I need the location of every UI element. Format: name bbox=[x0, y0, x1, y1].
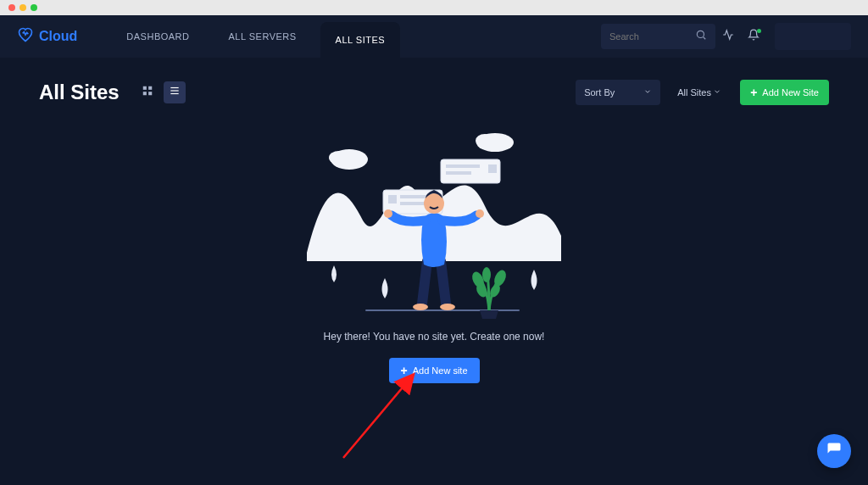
svg-point-27 bbox=[440, 304, 455, 310]
sort-by-label: Sort By bbox=[584, 87, 615, 98]
search-box[interactable] bbox=[601, 24, 715, 49]
search-icon bbox=[695, 29, 707, 44]
svg-point-11 bbox=[476, 134, 494, 148]
nav-all-servers[interactable]: ALL SERVERS bbox=[214, 15, 312, 58]
svg-point-26 bbox=[413, 304, 428, 310]
svg-line-31 bbox=[343, 377, 411, 458]
grid-view-toggle[interactable] bbox=[136, 81, 159, 103]
sites-filter-dropdown[interactable]: All Sites bbox=[669, 80, 730, 105]
empty-state-message: Hey there! You have no site yet. Create … bbox=[324, 331, 545, 343]
empty-state: Hey there! You have no site yet. Create … bbox=[0, 125, 868, 383]
add-new-site-button-empty[interactable]: + Add New site bbox=[389, 358, 480, 383]
brand-name: Cloud bbox=[39, 29, 77, 44]
svg-rect-1 bbox=[142, 86, 146, 90]
svg-rect-4 bbox=[148, 92, 152, 95]
plus-icon: + bbox=[401, 365, 408, 376]
view-toggle-group bbox=[136, 81, 186, 103]
minimize-window-dot[interactable] bbox=[19, 4, 26, 11]
svg-point-0 bbox=[697, 31, 704, 37]
svg-rect-13 bbox=[446, 164, 480, 168]
svg-rect-18 bbox=[400, 202, 426, 205]
user-menu[interactable] bbox=[775, 23, 851, 50]
svg-point-9 bbox=[329, 151, 349, 164]
notifications-button[interactable] bbox=[741, 29, 766, 44]
top-navbar: Cloud DASHBOARD ALL SERVERS ALL SITES bbox=[0, 15, 868, 58]
activity-icon-button[interactable] bbox=[715, 29, 741, 44]
page-title: All Sites bbox=[39, 81, 120, 104]
chevron-down-icon bbox=[643, 87, 652, 98]
search-input[interactable] bbox=[609, 31, 695, 42]
svg-point-29 bbox=[476, 209, 484, 218]
svg-rect-15 bbox=[488, 164, 497, 173]
close-window-dot[interactable] bbox=[8, 4, 15, 11]
page-header: All Sites Sort By All Sites bbox=[0, 58, 868, 114]
sort-by-dropdown[interactable]: Sort By bbox=[576, 80, 660, 105]
nav-all-sites[interactable]: ALL SITES bbox=[320, 22, 401, 58]
svg-rect-14 bbox=[446, 171, 471, 175]
plus-icon: + bbox=[750, 86, 757, 98]
svg-rect-3 bbox=[142, 92, 146, 95]
chat-fab[interactable] bbox=[817, 434, 851, 468]
empty-cta-label: Add New site bbox=[413, 365, 468, 376]
empty-state-illustration bbox=[298, 125, 570, 321]
svg-rect-2 bbox=[148, 86, 152, 90]
svg-point-28 bbox=[384, 209, 392, 218]
notification-dot bbox=[757, 29, 761, 33]
chevron-down-icon bbox=[713, 87, 721, 98]
maximize-window-dot[interactable] bbox=[31, 4, 37, 11]
nav-tabs: DASHBOARD ALL SERVERS ALL SITES bbox=[111, 15, 400, 58]
window-chrome bbox=[0, 0, 868, 15]
svg-point-23 bbox=[482, 267, 491, 282]
activity-icon bbox=[722, 29, 734, 44]
add-button-label: Add New Site bbox=[762, 87, 819, 98]
chat-icon bbox=[826, 442, 842, 460]
filter-label: All Sites bbox=[677, 87, 711, 98]
svg-rect-19 bbox=[388, 195, 397, 203]
add-new-site-button-header[interactable]: + Add New Site bbox=[740, 80, 829, 105]
list-view-toggle[interactable] bbox=[164, 81, 186, 103]
nav-dashboard[interactable]: DASHBOARD bbox=[111, 15, 204, 58]
list-icon bbox=[169, 85, 181, 100]
heart-icon bbox=[17, 26, 34, 47]
brand-logo[interactable]: Cloud bbox=[17, 26, 77, 47]
grid-icon bbox=[142, 85, 153, 100]
